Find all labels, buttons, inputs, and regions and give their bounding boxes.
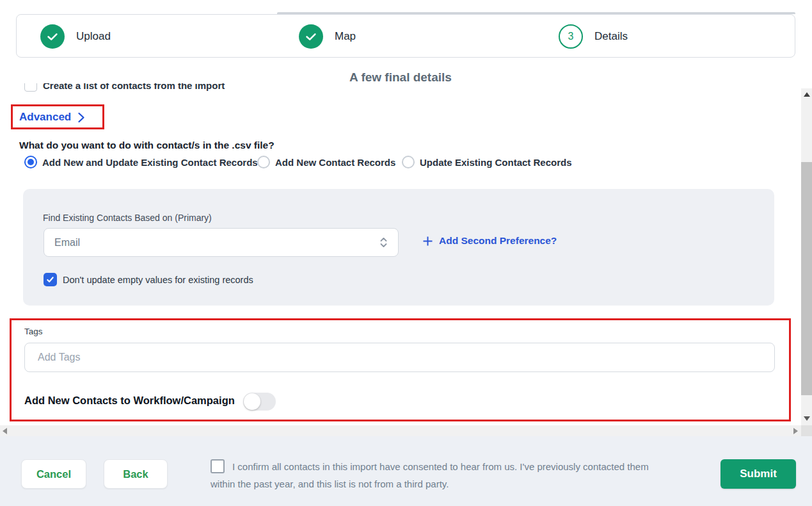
vertical-scrollbar[interactable]: [801, 88, 812, 425]
vertical-scrollbar-thumb[interactable]: [801, 162, 812, 395]
radio-add-new-label[interactable]: Add New Contact Records: [275, 157, 395, 168]
import-wizard-page: Upload Map 3 Details A few final details…: [0, 0, 812, 506]
step-map-label: Map: [335, 30, 356, 43]
scroll-left-arrow-icon[interactable]: [3, 428, 7, 434]
step-map[interactable]: Map: [299, 24, 356, 49]
create-list-label: Create a list of contacts from the impor…: [43, 83, 225, 91]
stepper: [16, 14, 795, 58]
advanced-toggle[interactable]: Advanced: [11, 104, 104, 129]
step-details-label: Details: [594, 30, 628, 43]
step-number-badge: 3: [559, 24, 583, 49]
scroll-down-arrow-icon[interactable]: [804, 416, 810, 421]
unfold-more-icon: [379, 236, 388, 249]
cancel-button[interactable]: Cancel: [21, 459, 86, 489]
workflow-toggle-switch[interactable]: [243, 393, 276, 411]
step-complete-check-icon: [40, 24, 65, 49]
consent-checkbox[interactable]: [211, 459, 225, 473]
csv-action-question: What do you want to do with contact/s in…: [19, 140, 275, 151]
add-second-preference-label: Add Second Preference?: [439, 235, 557, 247]
scroll-right-arrow-icon[interactable]: [793, 428, 798, 434]
step-upload[interactable]: Upload: [40, 24, 111, 49]
radio-add-and-update[interactable]: [24, 156, 37, 168]
consent-text: I confirm all contacts in this import ha…: [211, 461, 649, 489]
radio-update-existing[interactable]: [402, 156, 415, 168]
primary-preference-select[interactable]: Email: [44, 228, 399, 257]
scrollbar-corner: [801, 425, 812, 436]
plus-icon: [422, 236, 433, 247]
tags-input[interactable]: [24, 343, 775, 372]
consent-row: I confirm all contacts in this import ha…: [211, 458, 666, 493]
details-form-scroll-area: Create a list of contacts from the impor…: [0, 83, 801, 425]
footer-bar: Cancel Back I confirm all contacts in th…: [0, 436, 812, 506]
radio-update-existing-label[interactable]: Update Existing Contact Records: [420, 157, 572, 168]
find-existing-label: Find Existing Contacts Based on (Primary…: [43, 213, 212, 223]
page-title: A few final details: [0, 70, 801, 85]
check-icon: [46, 275, 54, 284]
create-list-checkbox[interactable]: [24, 83, 37, 92]
add-second-preference-link[interactable]: Add Second Preference?: [422, 235, 557, 247]
back-button[interactable]: Back: [104, 459, 168, 489]
step-upload-label: Upload: [76, 30, 111, 43]
dont-update-empty-label[interactable]: Don't update empty values for existing r…: [63, 275, 253, 285]
step-details[interactable]: 3 Details: [559, 24, 628, 49]
toggle-knob: [244, 393, 260, 410]
chevron-right-icon: [77, 112, 85, 123]
csv-action-radio-group: Add New and Update Existing Contact Reco…: [0, 156, 801, 170]
primary-preference-value: Email: [54, 237, 80, 249]
workflow-toggle-label: Add New Contacts to Workflow/Campaign: [24, 395, 235, 407]
radio-add-and-update-label[interactable]: Add New and Update Existing Contact Reco…: [42, 157, 258, 168]
horizontal-scrollbar[interactable]: [0, 425, 801, 436]
step-complete-check-icon: [299, 24, 323, 49]
dont-update-empty-checkbox[interactable]: [44, 273, 57, 286]
advanced-label: Advanced: [19, 111, 71, 124]
submit-button[interactable]: Submit: [720, 459, 796, 489]
create-list-checkbox-row[interactable]: Create a list of contacts from the impor…: [24, 83, 225, 92]
scroll-up-arrow-icon[interactable]: [804, 92, 810, 97]
radio-add-new[interactable]: [257, 156, 270, 168]
tags-label: Tags: [24, 327, 43, 336]
